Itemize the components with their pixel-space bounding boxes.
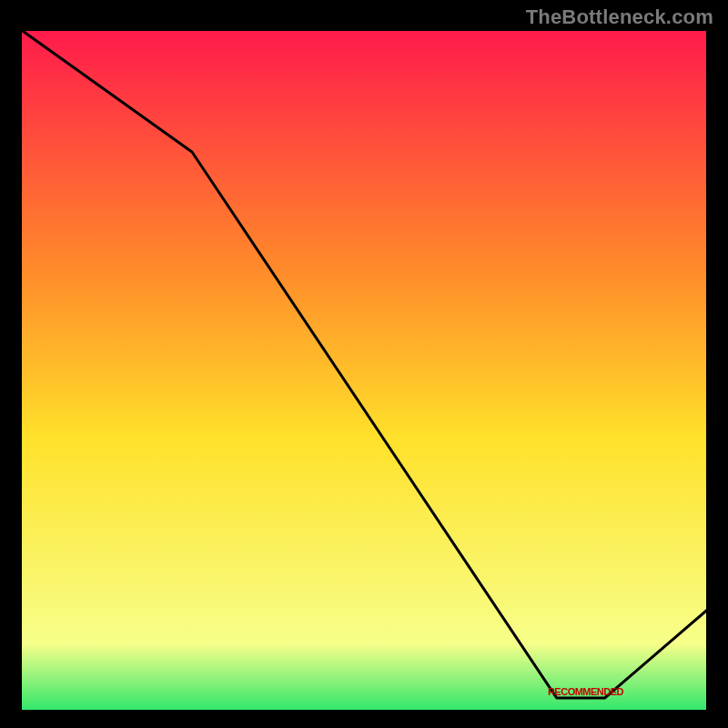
bottleneck-chart xyxy=(0,0,728,728)
recommended-annotation: RECOMMENDED xyxy=(548,686,623,697)
page-root: TheBottleneck.com RECOMMENDED xyxy=(0,0,728,728)
plot-background xyxy=(20,29,708,712)
